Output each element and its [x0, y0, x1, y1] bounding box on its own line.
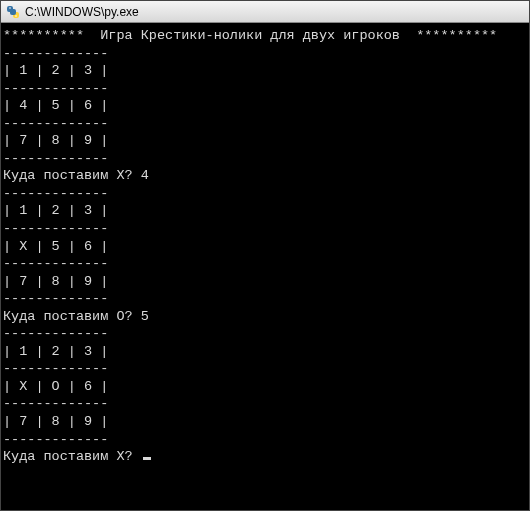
svg-rect-2 [10, 9, 16, 15]
board-sep: ------------- [3, 291, 108, 306]
board-sep: ------------- [3, 326, 108, 341]
python-icon [5, 4, 21, 20]
board-sep: ------------- [3, 151, 108, 166]
board-sep: ------------- [3, 361, 108, 376]
board-row: | 7 | 8 | 9 | [3, 414, 108, 429]
board-row: | 7 | 8 | 9 | [3, 133, 108, 148]
board-row: | 1 | 2 | 3 | [3, 344, 108, 359]
window-title: C:\WINDOWS\py.exe [25, 5, 139, 19]
board-sep: ------------- [3, 256, 108, 271]
current-prompt: Куда поставим X? [3, 449, 141, 464]
board-sep: ------------- [3, 432, 108, 447]
board-sep: ------------- [3, 81, 108, 96]
titlebar[interactable]: C:\WINDOWS\py.exe [1, 1, 529, 23]
prompt-line: Куда поставим X? 4 [3, 168, 149, 183]
board-row: | 7 | 8 | 9 | [3, 274, 108, 289]
board-row: | 1 | 2 | 3 | [3, 203, 108, 218]
board-sep: ------------- [3, 46, 108, 61]
console-window: C:\WINDOWS\py.exe ********** Игра Крести… [0, 0, 530, 511]
board-sep: ------------- [3, 186, 108, 201]
svg-point-3 [9, 7, 11, 9]
prompt-line: Куда поставим O? 5 [3, 309, 149, 324]
board-row: | 1 | 2 | 3 | [3, 63, 108, 78]
board-sep: ------------- [3, 396, 108, 411]
terminal-output[interactable]: ********** Игра Крестики-нолики для двух… [1, 23, 529, 510]
game-header: ********** Игра Крестики-нолики для двух… [3, 28, 497, 43]
svg-point-4 [15, 15, 17, 17]
cursor-icon [143, 457, 151, 460]
board-row: | 4 | 5 | 6 | [3, 98, 108, 113]
board-sep: ------------- [3, 221, 108, 236]
board-sep: ------------- [3, 116, 108, 131]
board-row: | X | O | 6 | [3, 379, 108, 394]
board-row: | X | 5 | 6 | [3, 239, 108, 254]
